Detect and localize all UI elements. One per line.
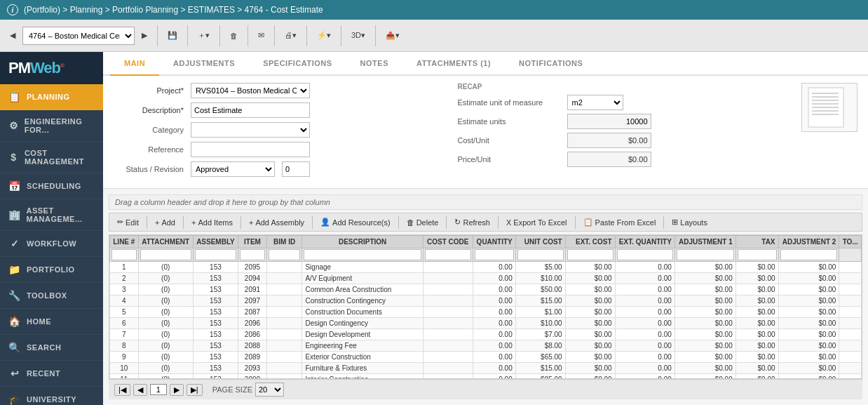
project-select[interactable]: RVS0104 – Boston Medical Center (191, 83, 310, 98)
sidebar-item-planning[interactable]: 📋 PLANNING (0, 84, 103, 110)
estimate-unit-select[interactable]: m2 (567, 95, 623, 110)
add-assembly-button[interactable]: + Add Assembly (244, 216, 309, 229)
description-input[interactable] (191, 102, 310, 118)
estimate-units-input[interactable] (567, 114, 651, 129)
sidebar-item-scheduling[interactable]: 📅 SCHEDULING (0, 173, 103, 199)
sidebar-item-home[interactable]: 🏠 HOME (0, 309, 103, 335)
edit-button[interactable]: ✏ Edit (112, 215, 144, 229)
filter-ext[interactable] (567, 249, 613, 260)
print-button[interactable]: 🖨▾ (280, 28, 301, 43)
tab-notes[interactable]: NOTES (346, 52, 402, 76)
page-number-input[interactable] (150, 384, 167, 395)
nav-forward-button[interactable]: ▶ (137, 28, 151, 43)
sidebar-item-search[interactable]: 🔍 SEARCH (0, 335, 103, 361)
3d-button[interactable]: 3D▾ (347, 28, 369, 43)
filter-adj1[interactable] (677, 249, 734, 260)
add-row-button[interactable]: + Add (150, 216, 180, 229)
cell-desc: Construction Contingency (302, 296, 423, 307)
filter-attach[interactable] (140, 249, 191, 260)
sidebar-item-recent[interactable]: ↩ RECENT (0, 361, 103, 387)
table-row[interactable]: 3 (0) 153 2091 Common Area Construction … (110, 284, 862, 296)
tab-main[interactable]: MAIN (110, 52, 159, 76)
nav-back-button[interactable]: ◀ (6, 28, 20, 43)
cell-adj1: $0.00 (674, 307, 735, 318)
save-button[interactable]: 💾 (163, 28, 182, 43)
filter-adj2[interactable] (780, 249, 838, 260)
sidebar-item-university[interactable]: 🎓 UNIVERSITY (0, 387, 103, 405)
cell-desc: Interior Construction (302, 374, 423, 380)
cell-adj2: $0.00 (778, 262, 839, 273)
sidebar-item-engineering[interactable]: ⚙ ENGINEERING FOR... (0, 110, 103, 142)
cell-extqty: 0.00 (615, 340, 674, 352)
delete-row-button[interactable]: 🗑 Delete (402, 216, 444, 229)
cell-bimid (266, 374, 302, 380)
table-row[interactable]: 8 (0) 153 2088 Engineering Fee 0.00 $8.0… (110, 340, 862, 352)
cell-bimid (266, 284, 302, 296)
sidebar-item-workflow[interactable]: ✓ WORKFLOW (0, 231, 103, 257)
reference-input[interactable] (191, 142, 310, 157)
first-page-button[interactable]: |◀ (114, 384, 130, 396)
table-row[interactable]: 5 (0) 153 2087 Construction Documents 0.… (110, 307, 862, 318)
cell-tax: $0.00 (735, 363, 778, 374)
delete-button[interactable]: 🗑 (226, 29, 242, 43)
page-size-select[interactable]: 20 50 100 (255, 383, 284, 397)
last-page-button[interactable]: ▶| (187, 384, 203, 396)
table-row[interactable]: 1 (0) 153 2095 Signage 0.00 $5.00 $0.00 … (110, 262, 862, 273)
filter-costcode[interactable] (425, 249, 471, 260)
email-button[interactable]: ✉ (254, 28, 269, 43)
cell-desc: Common Area Construction (302, 284, 423, 296)
description-label: Description* (114, 106, 184, 114)
sidebar-item-label: RECENT (27, 369, 60, 378)
export-button[interactable]: 📤▾ (381, 28, 404, 43)
add-items-button[interactable]: + Add Items (187, 216, 238, 229)
record-select[interactable]: 4764 – Boston Medical Center - Cost (22, 27, 135, 45)
filter-qty[interactable] (475, 249, 514, 260)
filter-assembly[interactable] (195, 249, 237, 260)
layouts-button[interactable]: ⊞ Layouts (667, 215, 712, 229)
cell-extqty: 0.00 (615, 352, 674, 363)
status-num-input[interactable] (282, 161, 310, 177)
filter-line[interactable] (111, 249, 137, 260)
table-row[interactable]: 10 (0) 153 2093 Furniture & Fixtures 0.0… (110, 363, 862, 374)
add-resources-button[interactable]: 👤 Add Resource(s) (316, 215, 395, 229)
cell-bimid (266, 340, 302, 352)
cell-desc: Furniture & Fixtures (302, 363, 423, 374)
toolbar: ◀ 4764 – Boston Medical Center - Cost ▶ … (0, 20, 868, 52)
cell-unitcost: $10.00 (515, 318, 565, 329)
table-row[interactable]: 2 (0) 153 2094 A/V Equipment 0.00 $10.00… (110, 273, 862, 284)
cell-qty: 0.00 (473, 352, 515, 363)
sidebar-item-cost[interactable]: $ COST MANAGEMENT (0, 142, 103, 173)
tab-attachments[interactable]: ATTACHMENTS (1) (402, 52, 505, 76)
filter-extqty[interactable] (617, 249, 673, 260)
table-row[interactable]: 9 (0) 153 2089 Exterior Construction 0.0… (110, 352, 862, 363)
cell-adj1: $0.00 (674, 262, 735, 273)
paste-excel-button[interactable]: 📋 Paste From Excel (578, 215, 661, 229)
tab-adjustments[interactable]: ADJUSTMENTS (159, 52, 249, 76)
sidebar-item-portfolio[interactable]: 📁 PORTFOLIO (0, 257, 103, 283)
cell-item: 2090 (238, 374, 267, 380)
prev-page-button[interactable]: ◀ (133, 384, 147, 396)
sidebar-item-toolbox[interactable]: 🔧 TOOLBOX (0, 283, 103, 309)
tab-notifications[interactable]: NOTIFICATIONS (505, 52, 597, 76)
refresh-button[interactable]: ↻ Refresh (449, 215, 495, 229)
filter-desc[interactable] (304, 249, 421, 260)
sidebar-item-label: TOOLBOX (27, 291, 67, 300)
table-row[interactable]: 6 (0) 153 2096 Design Contingency 0.00 $… (110, 318, 862, 329)
data-table[interactable]: LINE # ATTACH­MENT ASSEM­BLY ITEM BIM ID… (109, 234, 862, 379)
export-excel-button[interactable]: X Export To Excel (501, 216, 572, 229)
filter-item[interactable] (240, 249, 265, 260)
next-page-button[interactable]: ▶ (170, 384, 184, 396)
category-select[interactable] (191, 122, 310, 138)
table-row[interactable]: 11 (0) 153 2090 Interior Construction 0.… (110, 374, 862, 380)
cell-line: 11 (110, 374, 139, 380)
add-button[interactable]: ＋▾ (194, 27, 214, 44)
table-row[interactable]: 4 (0) 153 2097 Construction Contingency … (110, 296, 862, 307)
filter-bimid[interactable] (269, 249, 301, 260)
filter-tax[interactable] (738, 249, 777, 260)
status-select[interactable]: Approved (191, 161, 275, 177)
lightning-button[interactable]: ⚡▾ (313, 28, 335, 43)
filter-unit[interactable] (517, 249, 564, 260)
table-row[interactable]: 7 (0) 153 2086 Design Development 0.00 $… (110, 329, 862, 340)
tab-specifications[interactable]: SPECIFICATIONS (249, 52, 346, 76)
sidebar-item-asset[interactable]: 🏢 ASSET MANAGEME... (0, 199, 103, 231)
